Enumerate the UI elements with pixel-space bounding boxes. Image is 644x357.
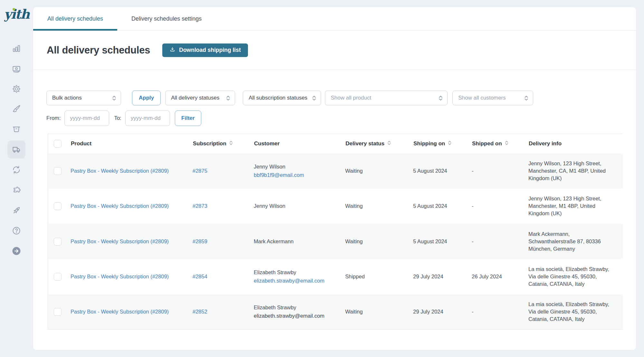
delivery-info: La mia società, Elizabeth Strawby, Via d… xyxy=(528,259,623,294)
row-checkbox[interactable] xyxy=(54,238,62,246)
customer-filter-select[interactable]: Show all customers xyxy=(452,91,533,105)
sidebar-item-settings[interactable] xyxy=(7,80,25,98)
customer-email: bbf9b1f9@email.com xyxy=(254,171,339,179)
customer-email: elizabeth.strawby@email.com xyxy=(254,312,339,320)
tab-bar: All delivery schedules Delivery schedule… xyxy=(33,7,636,31)
product-link[interactable]: Pastry Box - Weekly Subscription (#2809) xyxy=(71,309,169,314)
product-link[interactable]: Pastry Box - Weekly Subscription (#2809) xyxy=(71,274,169,279)
yith-logo[interactable]: yith xyxy=(0,6,33,22)
table-row: Pastry Box - Weekly Subscription (#2809)… xyxy=(48,294,623,329)
paintbrush-icon xyxy=(12,104,21,114)
apply-button[interactable]: Apply xyxy=(132,91,161,105)
sidebar-item-subscriptions[interactable] xyxy=(7,161,25,179)
rocket-icon xyxy=(12,206,21,215)
shipping-on: 29 July 2024 xyxy=(413,259,472,294)
bulk-actions-select[interactable]: Bulk actions xyxy=(46,91,121,105)
table-row: Pastry Box - Weekly Subscription (#2809)… xyxy=(48,188,623,224)
puzzle-icon xyxy=(12,185,21,195)
product-link[interactable]: Pastry Box - Weekly Subscription (#2809) xyxy=(71,238,169,244)
logo-green-dot-icon xyxy=(13,8,15,11)
sort-icon[interactable] xyxy=(229,140,233,147)
customer-email-link[interactable]: elizabeth.strawby@email.com xyxy=(254,278,324,284)
date-to-input[interactable] xyxy=(125,111,170,126)
to-label: To: xyxy=(114,115,121,121)
chevron-up-down-icon xyxy=(439,95,443,101)
sort-icon[interactable] xyxy=(387,140,391,147)
customer-email-link[interactable]: bbf9b1f9@email.com xyxy=(254,172,304,178)
tab-delivery-schedules-settings[interactable]: Delivery schedules settings xyxy=(117,7,216,30)
subscription-link[interactable]: #2854 xyxy=(193,274,207,279)
date-from-input[interactable] xyxy=(64,111,109,126)
archive-box-icon xyxy=(12,124,21,134)
shipped-on: - xyxy=(472,294,528,329)
shipped-on: - xyxy=(472,153,528,188)
filter-row-actions: Bulk actions Apply All delivery statuses… xyxy=(46,91,636,105)
gear-icon xyxy=(12,84,21,94)
subscription-link[interactable]: #2852 xyxy=(193,309,207,314)
tab-all-delivery-schedules[interactable]: All delivery schedules xyxy=(33,7,117,30)
sidebar-item-plugins[interactable] xyxy=(7,181,25,199)
shipped-on: - xyxy=(472,224,528,259)
subscription-link[interactable]: #2875 xyxy=(193,168,207,174)
delivery-info: Mark Ackermann, Schwanthalerstraße 87, 8… xyxy=(528,224,623,259)
row-checkbox[interactable] xyxy=(54,167,62,175)
page-title: All delivery schedules xyxy=(47,44,150,56)
column-header-delivery-status[interactable]: Delivery status xyxy=(345,134,413,153)
table-row: Pastry Box - Weekly Subscription (#2809)… xyxy=(48,224,623,259)
customer-name: Jenny Wilson xyxy=(254,202,339,210)
sidebar-item-help[interactable] xyxy=(7,222,25,240)
sidebar-item-delivery[interactable] xyxy=(7,140,25,159)
sort-icon[interactable] xyxy=(505,140,508,147)
from-label: From: xyxy=(46,115,61,121)
shipped-on: 26 July 2024 xyxy=(472,259,528,294)
filter-button[interactable]: Filter xyxy=(175,111,201,126)
shipping-on: 29 July 2024 xyxy=(413,294,472,329)
tab-settings-label: Delivery schedules settings xyxy=(131,15,202,22)
sort-icon[interactable] xyxy=(448,140,451,147)
delivery-info: Jenny Wilson, 123 High Street, Mancheste… xyxy=(528,153,623,188)
bulk-actions-value: Bulk actions xyxy=(52,95,82,101)
column-header-subscription[interactable]: Subscription xyxy=(193,134,254,153)
select-all-checkbox[interactable] xyxy=(54,140,62,148)
subscription-link[interactable]: #2859 xyxy=(193,238,207,244)
yith-logo-text: yith xyxy=(4,6,29,22)
subscription-statuses-value: All subscription statuses xyxy=(249,95,307,101)
delivery-schedules-table: Product Subscription Customer xyxy=(48,134,623,330)
app-root: yith xyxy=(0,0,644,357)
chevron-up-down-icon xyxy=(112,95,116,101)
chevron-up-down-icon xyxy=(312,95,316,101)
sidebar-item-launch[interactable] xyxy=(7,201,25,219)
delivery-statuses-select[interactable]: All delivery statuses xyxy=(165,91,235,105)
customer-filter-value: Show all customers xyxy=(458,95,506,101)
shipped-on: - xyxy=(472,188,528,224)
delivery-status: Waiting xyxy=(345,224,413,259)
column-header-shipped-on[interactable]: Shipped on xyxy=(472,134,528,153)
row-checkbox[interactable] xyxy=(54,308,62,316)
column-header-shipping-on[interactable]: Shipping on xyxy=(413,134,472,153)
product-filter-select[interactable]: Show all product xyxy=(325,91,448,105)
column-header-customer: Customer xyxy=(254,134,345,153)
download-button-label: Download shipping list xyxy=(179,47,241,53)
sidebar-item-customization[interactable] xyxy=(7,100,25,118)
help-icon xyxy=(12,226,21,236)
table-row: Pastry Box - Weekly Subscription (#2809)… xyxy=(48,259,623,294)
row-checkbox[interactable] xyxy=(54,273,62,281)
download-shipping-list-button[interactable]: Download shipping list xyxy=(162,43,248,57)
subscription-link[interactable]: #2873 xyxy=(193,203,207,209)
sidebar-item-products[interactable] xyxy=(7,120,25,138)
row-checkbox[interactable] xyxy=(54,202,62,210)
column-header-delivery-info: Delivery info xyxy=(528,134,623,153)
chevron-up-down-icon xyxy=(226,95,230,101)
delivery-status: Waiting xyxy=(345,188,413,224)
sidebar: yith xyxy=(0,0,33,357)
sidebar-item-expand[interactable] xyxy=(7,242,25,260)
sync-icon xyxy=(12,165,21,175)
main-card: All delivery schedules Delivery schedule… xyxy=(33,7,636,350)
sidebar-item-analytics[interactable] xyxy=(7,39,25,57)
customer-email-link[interactable]: elizabeth.strawby@email.com xyxy=(254,313,324,319)
delivery-status: Waiting xyxy=(345,153,413,188)
subscription-statuses-select[interactable]: All subscription statuses xyxy=(243,91,321,105)
product-link[interactable]: Pastry Box - Weekly Subscription (#2809) xyxy=(71,168,169,174)
sidebar-item-payments[interactable] xyxy=(7,60,25,78)
product-link[interactable]: Pastry Box - Weekly Subscription (#2809) xyxy=(71,203,169,209)
